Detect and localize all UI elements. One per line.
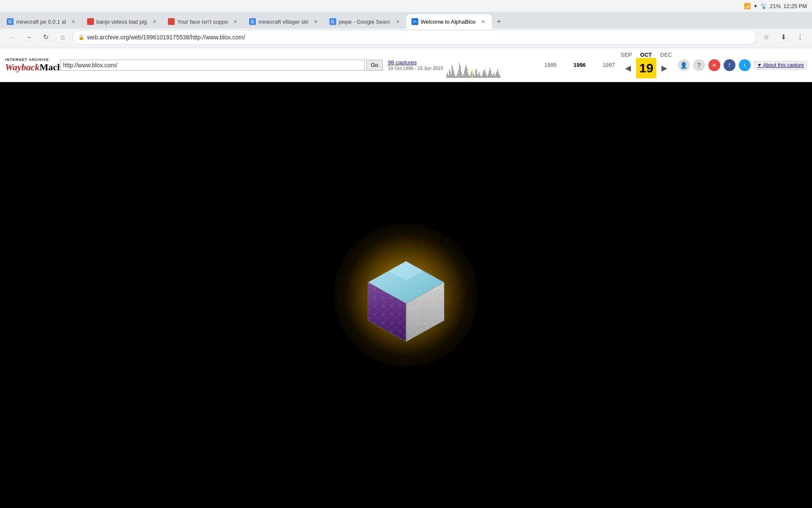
tab-4-close[interactable]: ✕ [313,18,319,25]
year-1995: 1995 [544,62,557,68]
cube-wrapper [343,232,469,359]
lock-icon: 🔒 [78,34,85,40]
wb-day-display: 19 [636,58,656,78]
battery-text: 21% [770,3,781,9]
current-month: OCT [640,52,652,58]
wb-about-button[interactable]: ▼ About this capture [754,61,807,69]
time-text: 12:25 PM [783,3,807,9]
wb-facebook-button[interactable]: f [724,59,735,71]
tab-3-label: Your face isn't suppo [177,19,228,25]
wb-timeline[interactable] [447,52,541,78]
tab-2-label: banjo videos bad pig [96,19,147,25]
new-tab-button[interactable]: + [492,14,506,29]
wifi-icon: 📡 [760,3,767,9]
tab-4-label: minecraft villager ski [258,19,308,25]
wb-url-input[interactable] [60,60,365,71]
tab-4[interactable]: G minecraft villager ski ✕ [244,14,324,29]
home-button[interactable]: ⌂ [56,30,69,44]
download-button[interactable]: ⬇ [776,30,790,44]
menu-button[interactable]: ⋮ [793,30,807,44]
wb-go-button[interactable]: Go [366,60,383,71]
wb-captures: 98 captures 19 Oct 1996 - 15 Jun 2019 [388,59,443,71]
wb-day-row: ◀ 19 ▶ [623,58,669,78]
tab-1-close[interactable]: ✕ [70,18,77,25]
tab-4-favicon: G [249,18,256,25]
url-bar[interactable]: 🔒 web.archive.org/web/19961019175538/htt… [73,30,756,44]
captures-link[interactable]: 98 captures [388,59,443,66]
omnibar: ← → ↻ ⌂ 🔒 web.archive.org/web/1996101917… [0,26,812,48]
next-month: DEC [660,52,672,58]
reload-button[interactable]: ↻ [39,30,52,44]
page-content [0,82,812,508]
forward-button[interactable]: → [22,30,36,44]
tab-3[interactable]: Your face isn't suppo ✕ [163,14,244,29]
archive-label: INTERNET ARCHIVE [5,58,60,62]
tab-bar: G minecraft pe 0.0.1 al ✕ banjo videos b… [0,12,812,29]
cube-svg [347,236,465,354]
captures-date: 19 Oct 1996 - 15 Jun 2019 [388,66,443,71]
wb-nav: SEP OCT DEC ◀ 19 ▶ [621,52,672,78]
wb-prev-button[interactable]: ◀ [623,62,633,75]
tab-5-close[interactable]: ✕ [395,18,401,25]
wb-close-button[interactable]: ✕ [708,59,720,71]
status-icons: 📶 ✦ 📡 21% 12:25 PM [744,3,807,9]
status-bar: 📶 ✦ 📡 21% 12:25 PM [0,0,812,12]
wb-right-icons: 👤 ? ✕ f t ▼ About this capture [678,59,807,71]
tab-3-favicon [168,18,175,25]
tab-6-favicon: IA [411,18,418,25]
prev-month: SEP [621,52,632,58]
tab-5-label: pwpe - Google Searc [339,19,390,25]
tab-2[interactable]: banjo videos bad pig ✕ [82,14,163,29]
wayback-text: Wayback [5,62,39,73]
wayback-logo: INTERNET ARCHIVE Wayback Machine [5,58,60,73]
tab-6-close[interactable]: ✕ [480,18,487,25]
tab-2-favicon [87,18,94,25]
wb-year-labels: 1995 1996 1997 [544,62,615,68]
wayback-bar: INTERNET ARCHIVE Wayback Machine Go 98 c… [0,48,812,82]
back-button[interactable]: ← [5,30,19,44]
wb-url-form: Go [60,60,383,71]
year-1996: 1996 [573,62,586,68]
year-1997: 1997 [603,62,615,68]
tab-6[interactable]: IA Welcome to AlphaBlox ✕ [406,14,492,29]
tab-1-label: minecraft pe 0.0.1 al [16,19,66,25]
tab-6-label: Welcome to AlphaBlox [421,19,476,25]
bookmark-button[interactable]: ☆ [760,30,773,44]
timeline-bars [447,57,541,78]
tab-1[interactable]: G minecraft pe 0.0.1 al ✕ [2,14,82,29]
wb-user-icon[interactable]: 👤 [678,59,690,71]
tab-2-close[interactable]: ✕ [151,18,158,25]
bluetooth-icon: ✦ [753,3,758,9]
url-text: web.archive.org/web/19961019175538/http:… [87,34,751,41]
tab-5-favicon: G [329,18,336,25]
wb-help-icon[interactable]: ? [693,59,705,71]
wb-month-row: SEP OCT DEC [621,52,672,58]
tab-3-close[interactable]: ✕ [232,18,239,25]
tab-1-favicon: G [7,18,14,25]
wb-next-button[interactable]: ▶ [660,62,669,75]
sim-icon: 📶 [744,3,751,9]
wb-twitter-button[interactable]: t [739,59,751,71]
tab-5[interactable]: G pwpe - Google Searc ✕ [324,14,406,29]
